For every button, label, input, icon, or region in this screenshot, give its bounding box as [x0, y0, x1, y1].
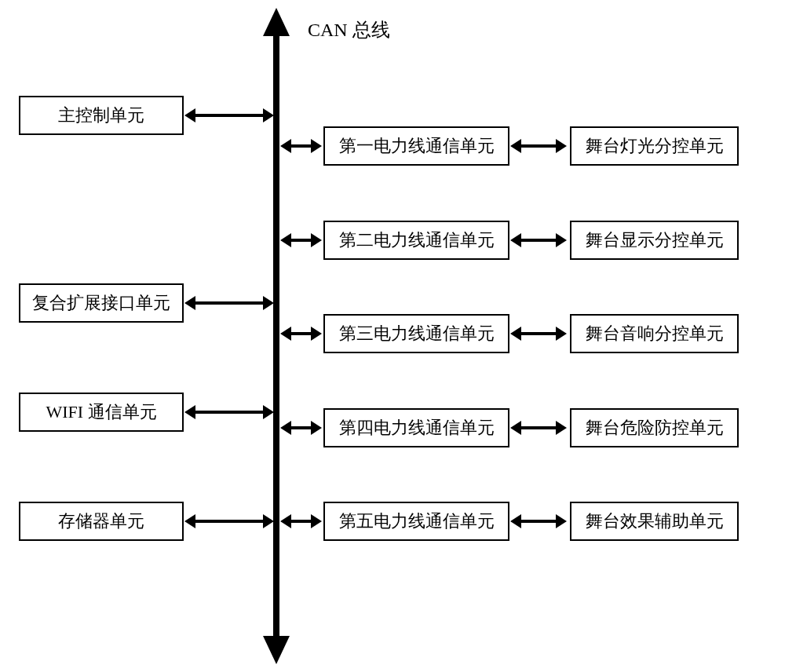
- arrow-row1-bus: [290, 144, 312, 148]
- box-powerline-4: 第四电力线通信单元: [323, 408, 509, 447]
- arrow-row2-bus: [290, 239, 312, 242]
- box-main-control: 主控制单元: [19, 96, 184, 135]
- box-stage-lighting: 舞台灯光分控单元: [570, 126, 739, 166]
- box-stage-display: 舞台显示分控单元: [570, 221, 739, 260]
- arrow-row4-mid: [520, 426, 557, 429]
- box-powerline-1: 第一电力线通信单元: [323, 126, 509, 166]
- bus-label: CAN 总线: [308, 17, 390, 42]
- arrow-row1-mid: [520, 144, 557, 148]
- box-stage-effect: 舞台效果辅助单元: [570, 502, 739, 541]
- arrow-row5-bus: [290, 520, 312, 523]
- arrow-row4-bus: [290, 426, 312, 429]
- arrow-composite-expansion: [194, 301, 265, 305]
- bus-line: [273, 25, 279, 645]
- box-wifi-comm: WIFI 通信单元: [19, 393, 184, 432]
- arrow-row5-mid: [520, 520, 557, 523]
- box-stage-danger: 舞台危险防控单元: [570, 408, 739, 447]
- box-memory: 存储器单元: [19, 502, 184, 541]
- arrow-main-control: [194, 114, 265, 117]
- arrow-row3-bus: [290, 332, 312, 335]
- box-powerline-5: 第五电力线通信单元: [323, 502, 509, 541]
- box-stage-audio: 舞台音响分控单元: [570, 314, 739, 353]
- box-composite-expansion: 复合扩展接口单元: [19, 283, 184, 323]
- bus-arrow-up-icon: [263, 8, 290, 36]
- arrow-row3-mid: [520, 332, 557, 335]
- arrow-wifi-comm: [194, 411, 265, 414]
- box-powerline-2: 第二电力线通信单元: [323, 221, 509, 260]
- arrow-memory: [194, 520, 265, 523]
- box-powerline-3: 第三电力线通信单元: [323, 314, 509, 353]
- can-bus-diagram: CAN 总线 主控制单元 复合扩展接口单元 WIFI 通信单元 存储器单元 第一…: [0, 0, 785, 672]
- arrow-row2-mid: [520, 239, 557, 242]
- bus-arrow-down-icon: [263, 636, 290, 664]
